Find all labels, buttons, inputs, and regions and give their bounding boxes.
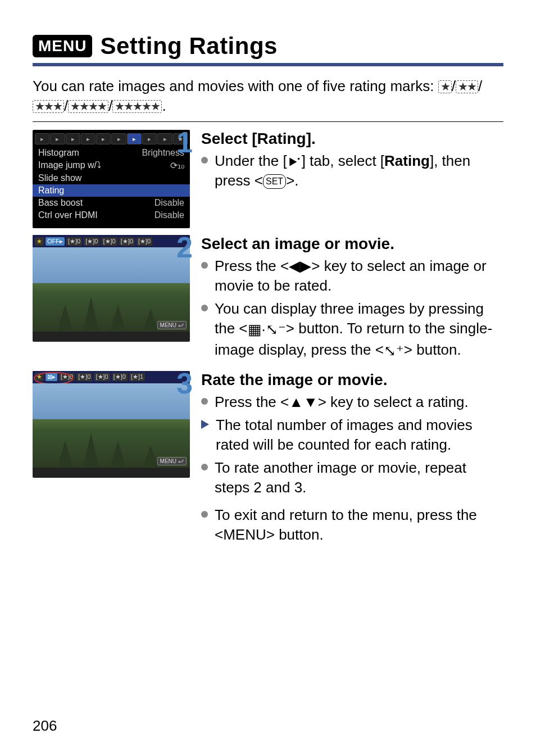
tree-icon [83,433,99,468]
rating-mark-5: ★★★★★ [112,100,162,113]
rating-menuitem: Rating [384,152,430,169]
camera-menu-tab: ▸ [50,133,65,144]
playback-tab-icon [287,156,302,168]
camera-menu-tab: ▸ [127,133,142,144]
camera-menu-row-label: Rating [38,185,64,196]
step-2-bullet-1: Press the <◀▶> key to select an image or… [215,256,503,296]
intro-text: You can rate images and movies with one … [33,76,503,116]
rating-chip: [★]0 [59,373,75,381]
zoom-in-icon: ⤡⁺ [384,342,404,359]
rating-chip: [★]0 [137,237,152,246]
section-divider [33,121,503,122]
tree-icon [143,309,158,332]
camera-menu-tab: ▸ [111,133,126,144]
rating-preview-screenshot-step2: ★OFF▸[★]0[★]0[★]0[★]0[★]0 MENU⮐ [33,235,190,342]
rating-chip: [★]0 [101,237,117,246]
bullet-icon [201,511,208,518]
bullet-icon [201,464,208,470]
camera-menu-tab: ▸ [35,133,49,144]
rating-chip: [★]0 [76,373,92,381]
step-3-bullet-1: Press the <▲▼> key to select a rating. [215,392,469,412]
step-3-heading: Rate the image or movie. [201,371,503,389]
svg-marker-1 [289,158,297,166]
rating-chip: [★]0 [66,237,82,246]
return-arrow-icon: ⮐ [178,458,184,464]
camera-menu-row: Bass boostDisable [35,197,188,209]
bullet-icon [201,262,208,269]
rating-mark-4: ★★★★ [68,100,108,113]
rating-chip: ★ [35,237,44,246]
bullet-icon [201,398,208,405]
menu-return-icon: MENU⮐ [157,457,187,465]
camera-menu-row-label: Bass boost [38,198,83,208]
page-number: 206 [33,717,57,735]
rating-mark-3: ★★★ [33,100,64,113]
tree-icon [143,445,158,468]
rating-chip: [★]0 [112,373,128,381]
intro-text-lead: You can rate images and movies with one … [33,78,438,94]
result-arrow-icon [201,420,209,429]
rating-chip: [★]0 [94,373,110,381]
header-menu-badge: MENU [33,35,92,57]
rating-mark-2: ★★ [456,80,478,93]
page-title: Setting Ratings [100,33,278,60]
rating-chip: ★ [35,373,44,381]
camera-menu-row-label: Image jump w/⤵ [38,160,101,171]
camera-menu-row-label: Ctrl over HDMI [38,210,98,220]
tree-icon [83,297,99,332]
set-button-icon: SET [263,174,286,189]
rating-preview-screenshot-step3: ★⊠▸[★]0[★]0[★]0[★]0[★]1 MENU⮐ [33,371,190,478]
camera-menu-tab: ▸ [66,133,80,144]
bullet-icon [201,305,208,311]
step-3-bullet-3: To rate another image or movie, repeat s… [215,458,503,497]
tree-icon [110,441,126,468]
camera-menu-row-label: Slide show [38,173,81,183]
camera-menu-row-label: Histogram [38,148,79,158]
camera-menu-row: Ctrl over HDMIDisable [35,209,188,221]
menu-return-icon: MENU⮐ [157,321,187,329]
step-3-bullet-4: To exit and return to the menu, press th… [215,505,503,545]
tree-icon [110,305,126,332]
rating-chip: [★]1 [129,373,145,381]
camera-menu-row-value: ⟳₁₀ [170,160,184,171]
camera-menu-screenshot: ▸▸▸▸▸▸▸▸▸★ HistogramBrightnessImage jump… [33,130,190,228]
rating-chip: [★]0 [84,237,99,246]
title-underline [33,63,503,66]
svg-point-2 [297,158,299,160]
step-1-heading: Select [Rating]. [201,130,503,148]
rating-chip: OFF▸ [46,237,65,246]
camera-menu-row-value: Disable [155,198,184,208]
camera-menu-row: Image jump w/⤵⟳₁₀ [35,159,188,172]
return-arrow-icon: ⮐ [178,322,184,328]
step-1-body: Under the [] tab, select [Rating], then … [215,151,503,191]
step-2-heading: Select an image or movie. [201,235,503,253]
bullet-icon [201,157,208,164]
camera-menu-tab: ▸ [157,133,172,144]
camera-menu-tab: ▸ [142,133,157,144]
camera-menu-row-value: Disable [155,210,184,220]
step-3-number: 3 [176,369,193,398]
grid-zoom-out-icon: ▦·⤡⁻ [248,321,286,338]
tree-icon [57,305,73,332]
step-3-result: The total number of images and movies ra… [216,415,503,455]
rating-chip: ⊠▸ [46,373,57,381]
camera-menu-row: Slide show [35,172,188,184]
step-1-number: 1 [176,128,193,157]
step-2-number: 2 [176,233,193,262]
rating-chip: [★]0 [119,237,135,246]
rating-mark-1: ★ [438,80,452,93]
camera-menu-tab: ▸ [96,133,111,144]
camera-menu-row: Rating [33,184,190,197]
camera-menu-tab: ▸ [81,133,96,144]
tree-icon [57,441,73,468]
step-2-bullet-2: You can display three images by pressing… [215,299,503,360]
camera-menu-row: HistogramBrightness [35,147,188,159]
